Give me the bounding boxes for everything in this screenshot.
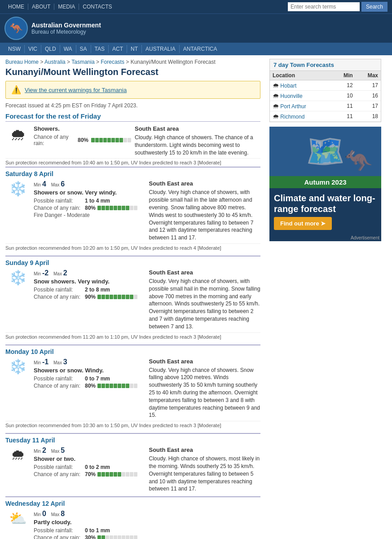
se-title: South East area [149, 180, 261, 187]
location-name[interactable]: 🌧 Port Arthur [270, 101, 332, 111]
possible-rainfall-value: 2 to 8 mm [85, 287, 110, 293]
state-act[interactable]: ACT [109, 45, 127, 53]
forecast-day: Monday 10 April ❄️ Min -1 Max 3 Showers … [5, 345, 260, 430]
breadcrumb-tasmania[interactable]: Tasmania [71, 59, 94, 65]
friday-rain-chance-label: Chance of any rain: [34, 134, 75, 146]
rain-chance-label: Chance of any rain: [34, 535, 83, 539]
friday-condition: Showers. [34, 125, 131, 132]
se-text: Cloudy. High chance of showers, most lik… [149, 455, 261, 493]
location-weather-icon: 🌧 [273, 82, 279, 89]
friday-rain-chance-value: 80% [78, 137, 88, 143]
breadcrumb-current: Kunanyi/Mount Wellington Forecast [131, 59, 216, 65]
ad-box: 🗺️ 🦘 Autumn 2023 Climate and water long-… [269, 127, 381, 241]
ad-find-out-more-button[interactable]: Find out more ➤ [274, 217, 332, 230]
location-weather-icon: 🌧 [273, 102, 279, 110]
rain-chance-value: 30% [85, 535, 96, 539]
possible-rainfall-label: Possible rainfall: [34, 287, 83, 293]
possible-rainfall-value: 0 to 2 mm [85, 464, 110, 470]
search-input[interactable] [288, 2, 360, 11]
nav-media[interactable]: MEDIA [54, 4, 79, 10]
ad-image-area: 🗺️ 🦘 [269, 127, 381, 176]
se-text: Cloudy. Very high chance of showers, wit… [149, 189, 261, 242]
friday-se-title: South East area [135, 125, 260, 132]
state-tas[interactable]: TAS [91, 45, 109, 53]
page-title: Kunanyi/Mount Wellington Forecast [5, 67, 260, 77]
possible-rainfall-value: 0 to 1 mm [85, 527, 110, 534]
ad-season: Autumn 2023 [269, 176, 381, 188]
sidebar-forecast-title: 7 day Town Forecasts [270, 59, 381, 71]
state-australia[interactable]: AUSTRALIA [142, 45, 180, 53]
forecast-day: Saturday 8 April ❄️ Min 4 Max 6 Showers … [5, 167, 260, 252]
rain-chance-label: Chance of any rain: [34, 205, 83, 211]
nav-contacts[interactable]: CONTACTS [79, 4, 115, 10]
location-max: 18 [356, 111, 381, 122]
state-qld[interactable]: QLD [41, 45, 60, 53]
nav-home[interactable]: HOME [4, 4, 28, 10]
issued-text: Forecast issued at 4:25 pm EST on Friday… [5, 102, 260, 109]
state-sa[interactable]: SA [76, 45, 91, 53]
forecast-day: Tuesday 11 April 🌧 Min 2 Max 5 Shower or… [5, 433, 260, 493]
friday-icon: 🌧 [5, 125, 30, 156]
sidebar-location-row: 🌧 Huonville 10 16 [270, 91, 381, 101]
uv-note: Sun protection recommended from 11:20 am… [5, 332, 260, 341]
condition: Showers or snow. Very windy. [34, 189, 145, 196]
location-name[interactable]: 🌧 Richmond [270, 111, 332, 122]
location-min: 11 [332, 101, 355, 111]
breadcrumb-home[interactable]: Bureau Home [5, 59, 39, 65]
rain-chance-label: Chance of any rain: [34, 294, 83, 300]
warning-box: ⚠️ View the current warnings for Tasmani… [5, 81, 260, 99]
condition: Partly cloudy. [34, 519, 260, 526]
se-title: South East area [149, 358, 261, 365]
possible-rainfall-value: 0 to 7 mm [85, 376, 110, 382]
breadcrumb-forecasts[interactable]: Forecasts [101, 59, 124, 65]
forecast-day: Wednesday 12 April ⛅ Min 0 Max 8 Partly … [5, 496, 260, 539]
possible-rainfall-label: Possible rainfall: [34, 376, 83, 382]
friday-section: Forecast for the rest of Friday 🌧 Shower… [5, 112, 260, 167]
nav-about[interactable]: ABOUT [28, 4, 54, 10]
state-wa[interactable]: WA [60, 45, 76, 53]
weather-icon: 🌧 [5, 446, 30, 493]
uv-note: Sun protection recommended from 10:30 am… [5, 421, 260, 429]
possible-rainfall-label: Possible rainfall: [34, 198, 83, 204]
friday-se-area: South East area Cloudy. High chance of s… [135, 125, 260, 156]
logo-text: Australian Government Bureau of Meteorol… [31, 22, 101, 35]
col-min: Min [332, 71, 355, 80]
weather-icon: ❄️ [5, 269, 30, 331]
se-area: South East area Cloudy. Very high chance… [149, 358, 261, 420]
location-weather-icon: 🌧 [273, 92, 279, 99]
sidebar-location-row: 🌧 Port Arthur 11 17 [270, 101, 381, 111]
warning-icon: ⚠️ [11, 85, 21, 95]
se-area: South East area Cloudy. High chance of s… [149, 446, 261, 493]
state-antarctica[interactable]: ANTARCTICA [180, 45, 221, 53]
breadcrumb-australia[interactable]: Australia [44, 59, 66, 65]
day-header: Monday 10 April [5, 348, 260, 355]
fire-danger: Fire Danger - Moderate [34, 212, 145, 218]
state-vic[interactable]: VIC [25, 45, 41, 53]
se-title: South East area [149, 269, 261, 276]
breadcrumb: Bureau Home > Australia > Tasmania > For… [5, 59, 260, 65]
rain-chance-label: Chance of any rain: [34, 471, 83, 477]
warning-link[interactable]: View the current warnings for Tasmania [25, 87, 127, 93]
state-nsw[interactable]: NSW [4, 45, 25, 53]
day-header: Sunday 9 April [5, 259, 260, 266]
se-title: South East area [149, 446, 261, 453]
forecast-day: Sunday 9 April ❄️ Min -2 Max 2 Snow show… [5, 256, 260, 341]
col-max: Max [356, 71, 381, 80]
sidebar-location-row: 🌧 Richmond 11 18 [270, 111, 381, 122]
location-name[interactable]: 🌧 Hobart [270, 80, 332, 91]
location-min: 12 [332, 80, 355, 91]
weather-icon: ⛅ [5, 510, 30, 539]
logo-icon: 🦘 [4, 17, 28, 40]
friday-rain-bar [91, 138, 131, 142]
state-nt[interactable]: NT [127, 45, 142, 53]
search-button[interactable]: Search [361, 2, 388, 12]
sidebar-table: Location Min Max 🌧 Hobart 12 17 🌧 Huonvi… [270, 71, 381, 122]
location-name[interactable]: 🌧 Huonville [270, 91, 332, 101]
location-min: 11 [332, 111, 355, 122]
ad-map-icon: 🗺️ [306, 133, 345, 170]
day-header: Wednesday 12 April [5, 500, 260, 507]
rain-chance-value: 80% [85, 383, 96, 389]
condition: Snow showers. Very windy. [34, 278, 145, 285]
sidebar-location-row: 🌧 Hobart 12 17 [270, 80, 381, 91]
possible-rainfall-label: Possible rainfall: [34, 527, 83, 534]
